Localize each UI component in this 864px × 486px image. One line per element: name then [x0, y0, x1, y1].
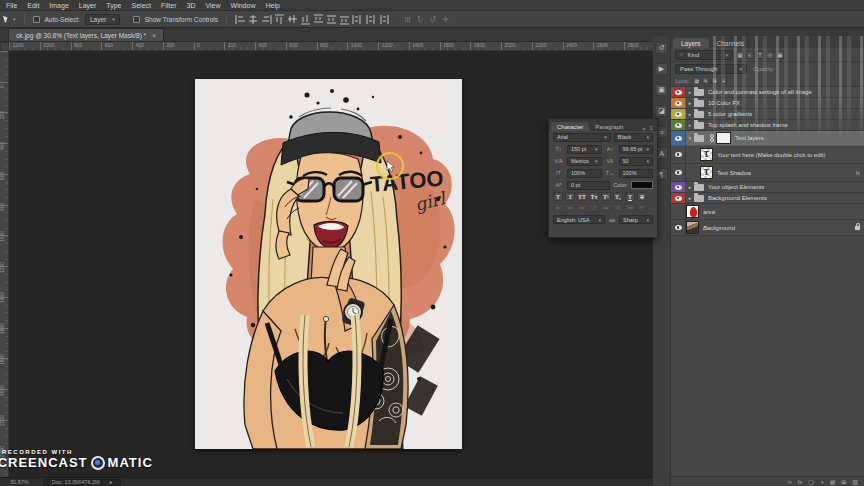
layer-row-0[interactable]: ▸Color and contrast settings of all imag…: [671, 87, 864, 98]
visibility-eye-cell[interactable]: [671, 146, 686, 163]
layer-row-6[interactable]: TText Shadowfx: [671, 164, 864, 182]
vertical-scale-field[interactable]: 100%: [567, 169, 602, 178]
expand-chevron-icon[interactable]: ▾: [686, 135, 694, 141]
layer-fx-badge[interactable]: fx: [856, 170, 860, 176]
new-layer-icon[interactable]: ⊞: [841, 478, 846, 485]
opentype-button-2[interactable]: st: [577, 203, 587, 212]
layer-row-10[interactable]: Background: [671, 220, 864, 236]
link-layers-icon[interactable]: ∞: [787, 479, 791, 485]
layer-row-5[interactable]: TYour text here (Make double click to ed…: [671, 146, 864, 164]
auto-select-checkbox[interactable]: [33, 16, 40, 23]
tab-paragraph[interactable]: Paragraph: [589, 122, 629, 131]
leading-field[interactable]: 99.65 pt ▾: [619, 145, 654, 154]
lock-all-icon[interactable]: ▪: [720, 77, 727, 84]
horizontal-scale-field[interactable]: 100%: [619, 169, 654, 178]
layer-row-1[interactable]: ▸10 Color FX: [671, 98, 864, 109]
layer-name[interactable]: 10 Color FX: [708, 100, 740, 106]
menu-file[interactable]: File: [6, 2, 17, 9]
layer-name[interactable]: 5 color gradients: [708, 111, 752, 117]
menu-type[interactable]: Type: [106, 2, 121, 9]
kind-filter-dropdown[interactable]: ⌕ Kind ▾: [675, 50, 733, 60]
visibility-eye-cell[interactable]: [671, 131, 686, 145]
layer-name[interactable]: Text layers: [735, 135, 764, 141]
layer-name[interactable]: Your object Elements: [708, 184, 764, 190]
new-group-icon[interactable]: ▤: [830, 478, 836, 485]
visibility-eye-cell[interactable]: [671, 220, 686, 235]
expand-chevron-icon[interactable]: ▸: [686, 195, 694, 201]
dist-top-icon[interactable]: [313, 14, 324, 25]
layer-thumbnail[interactable]: [686, 205, 699, 218]
tab-channels[interactable]: Channels: [709, 38, 752, 48]
background-thumbnail[interactable]: [686, 221, 699, 234]
lock-position-icon[interactable]: ✛: [711, 77, 718, 84]
menu-edit[interactable]: Edit: [27, 2, 39, 9]
kerning-field[interactable]: Metrics ▾: [567, 157, 602, 166]
opentype-button-7[interactable]: ½: [637, 203, 647, 212]
pixel-filter-icon[interactable]: ▦: [736, 51, 744, 59]
menu-window[interactable]: Window: [231, 2, 256, 9]
actions-panel-icon[interactable]: ▶: [655, 63, 668, 75]
lock-transparency-icon[interactable]: ▦: [693, 77, 700, 84]
dist-hcenter-icon[interactable]: [365, 14, 376, 25]
opentype-button-1[interactable]: ct: [565, 203, 575, 212]
delete-layer-icon[interactable]: ▥: [852, 478, 858, 485]
blend-mode-dropdown[interactable]: Pass Through ▾: [675, 64, 747, 74]
opentype-button-3[interactable]: ʃ: [589, 203, 599, 212]
opentype-button-4[interactable]: aā: [601, 203, 611, 212]
layer-row-7[interactable]: ▸Your object Elements: [671, 182, 864, 193]
layer-row-3[interactable]: ▸Top splash and shadow frame: [671, 120, 864, 131]
layer-mask-thumbnail[interactable]: [716, 132, 731, 144]
expand-chevron-icon[interactable]: ▸: [686, 100, 694, 106]
antialias-dropdown[interactable]: Sharp ▾: [619, 215, 653, 224]
horizontal-ruler[interactable]: 1200100080060040020002004006008001000120…: [9, 42, 653, 51]
ruler-origin-corner[interactable]: [0, 42, 9, 51]
expand-chevron-icon[interactable]: ▸: [686, 111, 694, 117]
style-button-5[interactable]: T₁: [613, 192, 623, 201]
pasteboard[interactable]: TATOO girl: [9, 51, 653, 477]
move-tool-icon[interactable]: [3, 15, 9, 24]
language-dropdown[interactable]: English: USA ▾: [553, 215, 605, 224]
style-button-3[interactable]: Tт: [589, 192, 599, 201]
visibility-eye-cell[interactable]: [671, 193, 686, 203]
shape-filter-icon[interactable]: ◇: [766, 51, 774, 59]
menu-filter[interactable]: Filter: [161, 2, 177, 9]
status-menu-caret-icon[interactable]: ▸: [110, 479, 113, 485]
document-size-indicator[interactable]: Doc: 13.0M/476.2M ▸: [43, 479, 122, 486]
style-button-0[interactable]: T: [553, 192, 563, 201]
menu-layer[interactable]: Layer: [79, 2, 97, 9]
visibility-eye-cell[interactable]: [671, 164, 686, 181]
visibility-eye-cell[interactable]: [671, 182, 686, 192]
tracking-field[interactable]: 50 ▾: [619, 157, 654, 166]
layer-name[interactable]: area: [703, 209, 715, 215]
dist-vcenter-icon[interactable]: [326, 14, 337, 25]
auto-select-target-dropdown[interactable]: Layer ▾: [85, 14, 120, 25]
menu-view[interactable]: View: [206, 2, 221, 9]
font-size-field[interactable]: 150 pt ▾: [567, 145, 602, 154]
text-color-swatch[interactable]: [631, 181, 653, 189]
expand-chevron-icon[interactable]: ▸: [686, 122, 694, 128]
text-layer-thumbnail[interactable]: T: [700, 166, 713, 179]
style-button-4[interactable]: T¹: [601, 192, 611, 201]
add-mask-icon[interactable]: ▢: [808, 478, 814, 485]
layer-name[interactable]: Background Elements: [708, 195, 767, 201]
font-style-dropdown[interactable]: Black ▾: [614, 133, 653, 142]
layer-name[interactable]: Text Shadow: [717, 170, 751, 176]
visibility-eye-cell[interactable]: [671, 120, 686, 130]
dist-bottom-icon[interactable]: [339, 14, 350, 25]
dist-right-icon[interactable]: [378, 14, 389, 25]
layer-name[interactable]: Color and contrast settings of all image: [708, 89, 812, 95]
vertical-ruler[interactable]: 0200400600800100012001400160018002000220…: [0, 51, 9, 477]
history-panel-icon[interactable]: ↺: [655, 42, 668, 54]
show-transform-checkbox[interactable]: [133, 16, 140, 23]
lock-pixels-icon[interactable]: ✎: [702, 77, 709, 84]
font-family-dropdown[interactable]: Arial ▾: [553, 133, 611, 142]
visibility-eye-cell[interactable]: [671, 98, 686, 108]
smart-filter-icon[interactable]: ▣: [776, 51, 784, 59]
opentype-button-6[interactable]: 1st: [625, 203, 635, 212]
adjustment-filter-icon[interactable]: ◐: [746, 51, 754, 59]
menu-3d[interactable]: 3D: [187, 2, 196, 9]
layer-row-2[interactable]: ▸5 color gradients: [671, 109, 864, 120]
style-button-6[interactable]: T: [625, 192, 635, 201]
baseline-shift-field[interactable]: 0 pt: [567, 181, 610, 190]
menu-select[interactable]: Select: [132, 2, 151, 9]
